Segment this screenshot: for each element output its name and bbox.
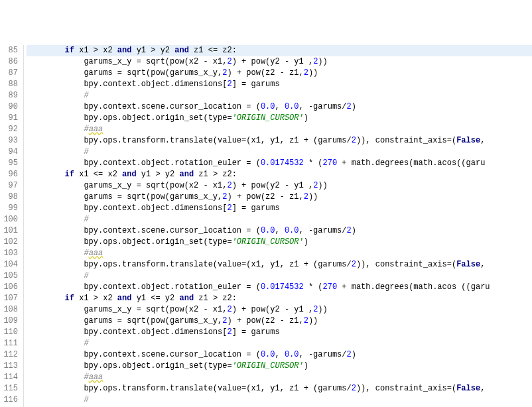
token-id: x1	[74, 46, 94, 55]
code-line[interactable]: bpy.context.object.dimensions[2] = garum…	[27, 203, 532, 214]
token-op: /	[347, 260, 352, 269]
line-number: 107	[3, 293, 18, 304]
line-number: 88	[3, 79, 18, 90]
token-id: bpy.ops.transform.translate(value	[84, 260, 241, 269]
token-op: =	[117, 316, 122, 325]
code-line[interactable]: #	[27, 394, 532, 406]
code-line[interactable]: garums = sqrt(pow(garums_x_y,2) + pow(z2…	[27, 68, 532, 79]
token-op: =	[117, 192, 122, 202]
code-line[interactable]: bpy.context.object.dimensions[2] = garum…	[27, 79, 532, 90]
line-number: 105	[3, 270, 18, 282]
token-kw: if	[65, 294, 74, 303]
token-op: ,	[366, 136, 370, 145]
token-id: z1	[285, 384, 304, 393]
token-id: ))	[318, 305, 327, 314]
token-op: =	[227, 237, 232, 247]
code-line[interactable]: bpy.ops.object.origin_set(type='ORIGIN_C…	[27, 113, 532, 124]
token-op: ,	[280, 136, 285, 145]
code-line[interactable]: #aaa	[27, 248, 532, 259]
code-line[interactable]: #	[27, 146, 532, 158]
token-op: ,	[299, 350, 304, 359]
token-id: bpy.ops.transform.translate(value	[84, 136, 241, 145]
token-op: ,	[275, 102, 279, 111]
code-line[interactable]: garums_x_y = sqrt(pow(x2 - x1,2) + pow(y…	[27, 304, 532, 316]
code-line[interactable]: garums_x_y = sqrt(pow(x2 - x1,2) + pow(y…	[27, 56, 532, 68]
line-number: 86	[3, 56, 18, 68]
code-line[interactable]: bpy.context.scene.cursor_location = (0.0…	[27, 101, 532, 113]
token-id: (	[251, 226, 260, 235]
code-line[interactable]: if x1 <= x2 and y1 > y2 and z1 > z2:	[27, 169, 532, 180]
token-id: y2	[155, 46, 174, 55]
token-num: 2	[352, 136, 356, 145]
token-kw: and	[179, 170, 194, 179]
code-line[interactable]: bpy.context.scene.cursor_location = (0.0…	[27, 349, 532, 361]
token-id: (garums	[308, 260, 347, 269]
code-line[interactable]: #	[27, 270, 532, 282]
token-id: )	[304, 361, 308, 371]
token-id: sqrt(pow(x2	[141, 57, 204, 66]
token-num: 2	[227, 305, 232, 314]
code-area[interactable]: if x1 > x2 and y1 > y2 and z1 <= z2: gar…	[24, 45, 532, 407]
code-line[interactable]: bpy.ops.transform.translate(value=(x1, y…	[27, 383, 532, 394]
code-line[interactable]: garums = sqrt(pow(garums_x_y,2) + pow(z2…	[27, 316, 532, 327]
line-number: 91	[3, 113, 18, 124]
token-kw: and	[117, 294, 132, 303]
token-op: /	[342, 102, 346, 111]
token-id: z2	[218, 170, 232, 179]
code-line[interactable]: #aaa	[27, 124, 532, 135]
token-id: bpy.context.scene.cursor_location	[84, 350, 246, 359]
token-str: 'ORIGIN_CURSOR'	[232, 237, 304, 247]
token-id: (	[313, 282, 322, 292]
token-num: 0.0	[285, 350, 299, 359]
token-id: )	[352, 350, 356, 359]
token-id: bpy.ops.transform.translate(value	[84, 384, 241, 393]
code-line[interactable]: if x1 > x2 and y1 > y2 and z1 <= z2:	[27, 45, 532, 56]
line-number: 103	[3, 248, 18, 259]
token-id: (	[251, 102, 260, 111]
token-kw: and	[179, 294, 194, 303]
token-op: /	[342, 350, 346, 359]
code-line[interactable]: bpy.ops.transform.translate(value=(x1, y…	[27, 259, 532, 270]
code-line[interactable]: #	[27, 214, 532, 225]
token-op: /	[347, 136, 352, 145]
token-num: 2	[352, 260, 356, 269]
code-line[interactable]: bpy.ops.transform.translate(value=(x1, y…	[27, 135, 532, 146]
code-line[interactable]: #	[27, 90, 532, 101]
line-number: 112	[3, 349, 18, 361]
token-num: 2	[347, 102, 352, 111]
token-op: =	[447, 260, 452, 269]
token-op: ,	[299, 102, 304, 111]
token-num: 2	[304, 316, 308, 325]
code-line[interactable]: bpy.context.scene.cursor_location = (0.0…	[27, 225, 532, 237]
token-id: )	[232, 181, 241, 190]
code-line[interactable]: garums = sqrt(pow(garums_x_y,2) + pow(z2…	[27, 192, 532, 203]
code-line[interactable]: garums_x_y = sqrt(pow(x2 - x1,2) + pow(y…	[27, 180, 532, 192]
token-cm: #	[84, 125, 88, 134]
token-id: bpy.context.object.dimensions[	[84, 80, 227, 89]
code-line[interactable]: bpy.ops.object.origin_set(type='ORIGIN_C…	[27, 237, 532, 248]
token-id: sqrt(pow(x2	[141, 181, 204, 190]
token-id: )	[232, 305, 241, 314]
code-editor[interactable]: 8586878889909192939495969798991001011021…	[0, 45, 532, 407]
code-line[interactable]: bpy.context.object.rotation_euler = (0.0…	[27, 282, 532, 293]
token-id: z1	[285, 136, 304, 145]
token-id: constraint_axis	[371, 136, 447, 145]
token-id: sqrt(pow(garums_x_y	[122, 192, 218, 202]
token-id: z1	[285, 192, 299, 202]
token-id: (	[251, 158, 260, 168]
token-id: sqrt(pow(garums_x_y	[122, 316, 218, 325]
token-id: ))	[318, 57, 327, 66]
code-line[interactable]: bpy.context.object.dimensions[2] = garum…	[27, 327, 532, 338]
token-op: <=	[151, 294, 160, 303]
code-line[interactable]: bpy.context.object.rotation_euler = (0.0…	[27, 158, 532, 169]
token-id: bpy.context.scene.cursor_location	[84, 102, 246, 111]
code-line[interactable]: bpy.ops.object.origin_set(type='ORIGIN_C…	[27, 361, 532, 372]
token-str: 'ORIGIN_CURSOR'	[232, 113, 304, 123]
token-op: ,	[366, 260, 370, 269]
code-line[interactable]: #	[27, 338, 532, 349]
code-line[interactable]: #aaa	[27, 372, 532, 383]
line-number: 102	[3, 237, 18, 248]
token-id: y1	[289, 57, 308, 66]
code-line[interactable]: if x1 > x2 and y1 <= y2 and z1 > z2:	[27, 293, 532, 304]
token-op: +	[237, 316, 241, 325]
